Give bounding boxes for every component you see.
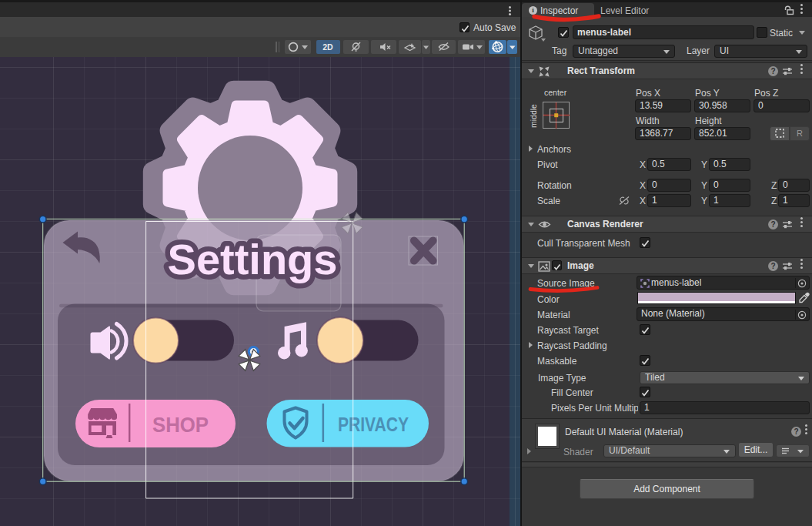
- svg-text:Settings: Settings: [168, 235, 338, 283]
- svg-text:PRIVACY: PRIVACY: [338, 413, 409, 436]
- svg-text:SHOP: SHOP: [152, 413, 209, 437]
